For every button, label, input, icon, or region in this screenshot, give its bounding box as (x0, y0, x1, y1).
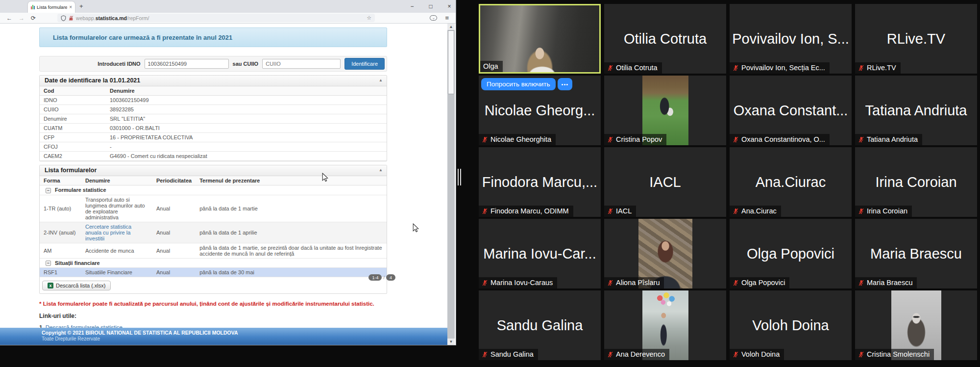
scroll-up-arrow-icon[interactable]: ▲ (447, 24, 455, 30)
back-button[interactable]: ← (6, 15, 12, 22)
muted-mic-icon (858, 208, 864, 214)
participant-tile[interactable]: Otilia Cotruta Otilia Cotruta (604, 4, 726, 74)
site-footer: Copyright © 2021 BIROUL NATIONAL DE STAT… (0, 328, 447, 345)
participant-tile[interactable]: Ana Derevenco (604, 290, 726, 360)
muted-mic-icon (733, 208, 739, 214)
participant-name: Cristina Popov (616, 135, 662, 143)
participant-tile[interactable]: Cristina Popov (604, 76, 726, 145)
participant-tile[interactable]: Sandu Galina Sandu Galina (479, 290, 601, 360)
group-cell: −Situații financiare (40, 258, 387, 268)
forward-button[interactable]: → (19, 15, 24, 22)
ident-cod-cell: IDNO (40, 96, 106, 105)
ident-denumire-cell: 38923285 (106, 105, 387, 114)
window-controls: − □ × (409, 0, 453, 13)
participant-tile[interactable]: Olga (479, 4, 601, 74)
window-close-button[interactable]: × (446, 3, 453, 10)
new-tab-button[interactable]: + (79, 2, 83, 10)
participant-name: Voloh Doina (741, 350, 780, 358)
denumire-cell: Situatiile Financiare (81, 268, 152, 277)
tab-close-icon[interactable]: × (69, 4, 72, 10)
copyright-line: Copyright © 2021 BIROUL NATIONAL DE STAT… (42, 330, 447, 336)
reload-button[interactable]: ⟳ (31, 15, 36, 22)
participant-name: RLive.TV (867, 64, 896, 72)
periodicitate-cell: Anual (152, 195, 196, 222)
share-divider-handle[interactable] (458, 169, 461, 185)
participant-name-tag: Irina Coroian (855, 206, 912, 217)
participant-tile[interactable]: Voloh Doina Voloh Doina (730, 290, 852, 360)
identificare-button[interactable]: Identificare (344, 58, 385, 70)
ident-cod-cell: CUATM (40, 124, 106, 133)
participant-tile[interactable]: Nicolae Gheorg...Попросить включить••• N… (479, 76, 601, 145)
more-options-button[interactable]: ••• (558, 78, 573, 90)
participant-name: Tatiana Andriuta (867, 135, 918, 143)
forms-panel-header[interactable]: Lista formularelor▲ (40, 165, 387, 176)
browser-tab[interactable]: Lista formularelor × (28, 1, 75, 13)
browser-tab-bar: Lista formularelor × + − □ × (0, 0, 456, 13)
collapse-minus-icon[interactable]: − (46, 261, 51, 266)
participant-tile[interactable]: Maria Braescu Maria Braescu (855, 219, 977, 288)
scrollbar-thumb[interactable] (448, 30, 454, 94)
ident-panel-header[interactable]: Date de identificare la 01.01.2021▲ (40, 76, 387, 86)
ident-denumire-cell: - (106, 142, 387, 152)
participant-name-tag: Olga (480, 61, 503, 72)
ident-cod-cell: CUIIO (40, 105, 106, 114)
participant-tile[interactable]: Oxana Constant... Oxana Constantinova, O… (730, 76, 852, 145)
window-maximize-button[interactable]: □ (427, 3, 434, 10)
muted-mic-icon (858, 351, 864, 358)
idno-input[interactable] (145, 59, 229, 69)
ident-cod-cell: Denumire (40, 114, 106, 124)
pagination: 1-4 / 4 (368, 274, 395, 281)
participant-tile[interactable]: Povivailov Ion, S... Povivailov Ion, Sec… (730, 4, 852, 74)
participant-tile[interactable]: Aliona Pîslaru (604, 219, 726, 288)
ident-cod-cell: CFOJ (40, 142, 106, 152)
collapse-caret-icon[interactable]: ▲ (379, 168, 383, 172)
table-row: AMAccidente de muncaAnualpână la data de… (40, 243, 387, 258)
bookmark-star-icon[interactable]: ☆ (367, 15, 371, 21)
page-range-badge[interactable]: 1-4 (368, 274, 382, 281)
periodicitate-cell: Anual (152, 243, 196, 258)
denumire-cell: Transportul auto si lungimea drumurilor … (81, 195, 152, 222)
ident-table: Cod Denumire IDNO1003602150499CUIIO38923… (40, 86, 387, 161)
collapse-minus-icon[interactable]: − (46, 188, 51, 193)
participant-tile[interactable]: RLive.TV RLive.TV (855, 4, 977, 74)
participant-tile[interactable]: Cristina Smolenschi (855, 290, 977, 360)
muted-mic-icon (607, 280, 613, 286)
participant-tile[interactable]: Finodora Marcu,... Finodora Marcu, ODIMM (479, 147, 601, 217)
download-xlsx-button[interactable]: xDescarcă lista (.xlsx) (42, 281, 111, 290)
muted-mic-icon (607, 351, 613, 358)
cuiio-input[interactable] (262, 59, 341, 69)
collapse-caret-icon[interactable]: ▲ (379, 78, 383, 82)
table-row: DenumireSRL "LETITIA" (40, 114, 387, 124)
page-scrollbar[interactable]: ▲ ▼ (447, 24, 455, 345)
muted-mic-icon (482, 136, 488, 143)
form-link[interactable]: Cercetare statistica anuala cu privire l… (85, 224, 131, 241)
participant-tile[interactable]: Marina Iovu-Car... Marina Iovu-Caraus (479, 219, 601, 288)
muted-mic-icon (858, 136, 864, 143)
participant-name-tag: RLive.TV (855, 62, 901, 74)
participant-tile[interactable]: Tatiana Andriuta Tatiana Andriuta (855, 76, 977, 145)
ask-to-unmute-button[interactable]: Попросить включить (481, 78, 556, 90)
participant-tile[interactable]: IACL IACL (604, 147, 726, 217)
group-cell: −Formulare statistice (40, 185, 387, 195)
participant-tile[interactable]: Olga Popovici Olga Popovici (730, 219, 852, 288)
muted-mic-icon (733, 280, 739, 286)
termen-cell: până la data de 1 martie (196, 195, 387, 222)
participant-tile[interactable]: Irina Coroian Irina Coroian (855, 147, 977, 217)
menu-icon[interactable]: ≡ (445, 14, 449, 22)
termen-cell: până la data de 1 martie, se prezintă do… (196, 243, 387, 258)
address-bar[interactable]: webapp.statistica.md/repForm/ ☆ (57, 14, 375, 22)
download-row: xDescarcă lista (.xlsx) 1-4 / 4 (40, 277, 387, 293)
window-minimize-button[interactable]: − (409, 3, 416, 10)
page-total-badge[interactable]: 4 (386, 274, 395, 281)
pocket-icon[interactable]: ⌄ (430, 15, 437, 21)
participant-name: Sandu Galina (490, 350, 534, 358)
participant-name-tag: Sandu Galina (479, 349, 538, 360)
video-grid: OlgaOtilia Cotruta Otilia CotrutaPovivai… (479, 4, 977, 360)
scroll-down-arrow-icon[interactable]: ▼ (447, 339, 455, 345)
forms-table: FormaDenumirePeriodicitateaTermenul de p… (40, 176, 387, 277)
periodicitate-cell: Anual (152, 222, 196, 243)
participant-name: Maria Braescu (867, 279, 912, 287)
participant-name-tag: Voloh Doina (730, 349, 784, 360)
participant-tile[interactable]: Ana.Ciurac Ana.Ciurac (730, 147, 852, 217)
table-row: CUATM0301000 - OR.BALTI (40, 124, 387, 133)
